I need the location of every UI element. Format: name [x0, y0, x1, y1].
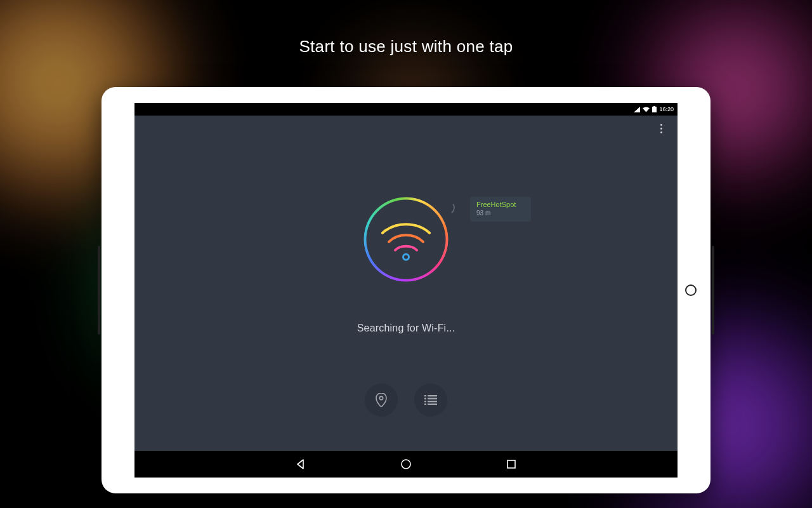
svg-rect-9	[428, 401, 437, 402]
battery-icon	[652, 106, 657, 112]
android-status-bar: 16:20	[134, 103, 678, 116]
wifi-radar[interactable]: FreeHotSpot 93 m	[352, 185, 460, 293]
hotspot-distance: 93 m	[476, 210, 525, 217]
list-icon	[424, 395, 437, 405]
hotspot-tooltip[interactable]: FreeHotSpot 93 m	[470, 197, 531, 222]
svg-rect-8	[424, 401, 426, 402]
home-icon	[400, 458, 412, 470]
wifi-icon	[379, 219, 433, 264]
svg-point-2	[403, 254, 409, 260]
promo-headline: Start to use just with one tap	[299, 37, 513, 57]
app-bar	[134, 116, 678, 141]
svg-rect-11	[428, 404, 437, 405]
wifi-small-icon	[643, 107, 650, 112]
nav-recents-button[interactable]	[503, 456, 520, 472]
tablet-frame: 16:20 FreeHotSpot 93 m	[102, 87, 710, 493]
svg-point-3	[379, 396, 383, 399]
svg-rect-0	[652, 107, 657, 112]
svg-rect-5	[428, 395, 437, 396]
radar-tick-icon	[440, 199, 455, 215]
tablet-home-button	[685, 284, 697, 296]
back-icon	[295, 458, 306, 470]
svg-rect-10	[424, 404, 426, 405]
tablet-speaker-left	[98, 246, 100, 335]
status-time: 16:20	[659, 106, 674, 112]
list-button[interactable]	[414, 384, 447, 417]
main-content: FreeHotSpot 93 m Searching for Wi-Fi...	[134, 141, 678, 451]
svg-rect-1	[653, 106, 655, 107]
recents-icon	[506, 459, 516, 469]
svg-rect-6	[424, 398, 426, 399]
android-nav-bar	[134, 451, 678, 478]
searching-status-text: Searching for Wi-Fi...	[357, 323, 455, 334]
svg-rect-7	[428, 398, 437, 399]
tablet-speaker-right	[712, 246, 714, 335]
svg-point-12	[402, 460, 410, 469]
map-pin-icon	[375, 393, 388, 407]
map-button[interactable]	[365, 384, 398, 417]
bottom-actions	[365, 384, 447, 417]
hotspot-name: FreeHotSpot	[476, 201, 525, 209]
nav-home-button[interactable]	[398, 456, 414, 472]
device-screen: 16:20 FreeHotSpot 93 m	[134, 103, 678, 478]
svg-rect-4	[424, 395, 426, 396]
overflow-menu-icon[interactable]	[655, 119, 667, 137]
svg-rect-13	[508, 460, 515, 468]
nav-back-button[interactable]	[292, 456, 309, 472]
signal-icon	[634, 107, 640, 112]
